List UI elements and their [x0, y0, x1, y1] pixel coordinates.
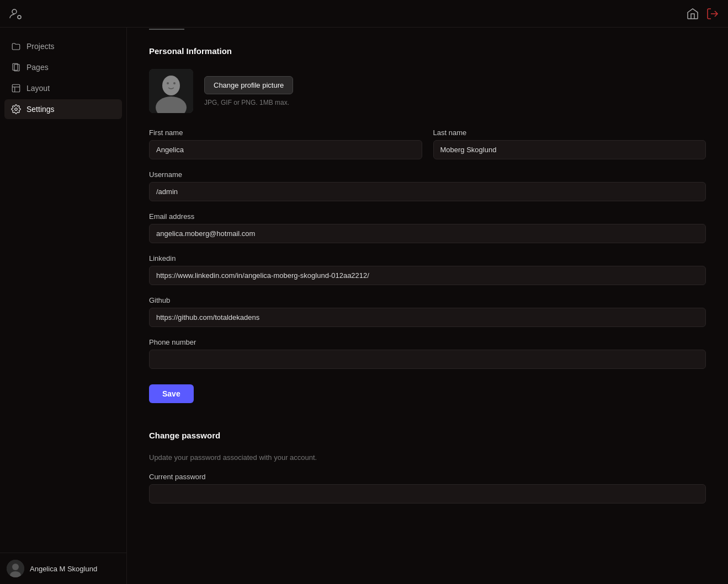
user-avatar [7, 560, 24, 577]
svg-point-10 [12, 564, 19, 570]
github-group: Github [149, 296, 706, 327]
username-label: Username [149, 170, 706, 179]
section-title-personal: Personal Information [149, 46, 706, 56]
user-display-name: Angelica M Skoglund [30, 565, 97, 573]
github-input[interactable] [149, 308, 706, 327]
last-name-label: Last name [433, 128, 706, 137]
github-label: Github [149, 296, 706, 304]
personal-info-section: Personal Information [149, 46, 706, 403]
linkedin-row: Linkedin [149, 254, 706, 285]
svg-point-16 [173, 82, 176, 84]
linkedin-label: Linkedin [149, 254, 706, 262]
sidebar-footer: Angelica M Skoglund [0, 553, 126, 584]
svg-point-0 [12, 9, 17, 14]
content-area: Account Personal Information [127, 0, 728, 584]
settings-icon [11, 104, 21, 114]
change-profile-picture-button[interactable]: Change profile picture [204, 76, 293, 94]
profile-pic-container [149, 69, 193, 113]
topbar-left [9, 7, 22, 20]
name-row: First name Last name [149, 128, 706, 159]
svg-point-8 [15, 108, 18, 111]
current-password-input[interactable] [149, 484, 706, 503]
first-name-label: First name [149, 128, 422, 137]
sidebar-item-label: Settings [26, 105, 55, 114]
avatar-icon [7, 560, 24, 577]
profile-photo [149, 69, 193, 113]
linkedin-input[interactable] [149, 266, 706, 285]
change-password-section: Change password Update your password ass… [149, 431, 706, 503]
user-settings-icon [9, 7, 22, 20]
current-password-group: Current password [149, 473, 706, 503]
sidebar: Projects Pages Layout Settings [0, 28, 127, 584]
sidebar-item-label: Projects [26, 42, 55, 51]
phone-input[interactable] [149, 350, 706, 369]
profile-pic [149, 69, 193, 113]
linkedin-group: Linkedin [149, 254, 706, 285]
current-password-row: Current password [149, 473, 706, 503]
profile-pic-controls: Change profile picture JPG, GIF or PNG. … [204, 76, 293, 106]
save-button[interactable]: Save [149, 384, 194, 403]
phone-row: Phone number [149, 338, 706, 369]
email-row: Email address [149, 212, 706, 243]
last-name-input[interactable] [433, 140, 706, 159]
sidebar-nav: Projects Pages Layout Settings [0, 28, 126, 553]
last-name-group: Last name [433, 128, 706, 159]
section-title-password: Change password [149, 431, 706, 440]
username-row: Username [149, 170, 706, 201]
github-row: Github [149, 296, 706, 327]
layout-icon [11, 83, 21, 93]
svg-point-13 [162, 76, 180, 95]
first-name-group: First name [149, 128, 422, 159]
sidebar-item-settings[interactable]: Settings [4, 99, 122, 119]
current-password-label: Current password [149, 473, 706, 481]
topbar [0, 0, 728, 28]
svg-rect-5 [12, 84, 20, 92]
sidebar-item-layout[interactable]: Layout [4, 78, 122, 98]
sidebar-item-projects[interactable]: Projects [4, 36, 122, 56]
username-group: Username [149, 170, 706, 201]
email-label: Email address [149, 212, 706, 221]
email-group: Email address [149, 212, 706, 243]
svg-point-15 [167, 82, 169, 84]
pages-icon [11, 62, 21, 72]
password-description: Update your password associated with you… [149, 453, 706, 462]
sidebar-item-label: Layout [26, 84, 50, 93]
topbar-right [686, 7, 719, 20]
home-icon[interactable] [686, 7, 699, 20]
phone-label: Phone number [149, 338, 706, 346]
sidebar-item-label: Pages [26, 63, 49, 72]
profile-pic-row: Change profile picture JPG, GIF or PNG. … [149, 69, 706, 113]
folder-icon [11, 41, 21, 51]
username-input[interactable] [149, 182, 706, 201]
first-name-input[interactable] [149, 140, 422, 159]
pic-format-hint: JPG, GIF or PNG. 1MB max. [204, 99, 293, 106]
sidebar-item-pages[interactable]: Pages [4, 57, 122, 77]
email-input[interactable] [149, 224, 706, 243]
logout-icon[interactable] [706, 7, 719, 20]
phone-group: Phone number [149, 338, 706, 369]
